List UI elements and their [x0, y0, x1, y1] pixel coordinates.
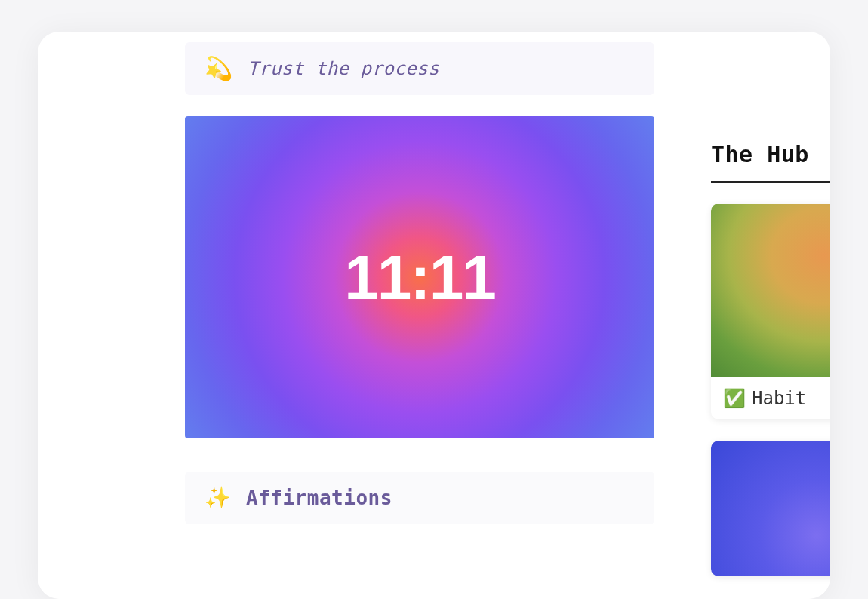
- affirmations-section[interactable]: ✨ Affirmations: [185, 472, 654, 524]
- hero-time-text: 11:11: [344, 242, 495, 313]
- right-column: The Hub ✅ Habit: [654, 32, 830, 599]
- card-label-text: Habit: [752, 388, 806, 409]
- main-column: 💫 Trust the process 11:11 ✨ Affirmations: [185, 32, 654, 599]
- check-icon: ✅: [723, 388, 746, 409]
- sparkles-icon: ✨: [205, 487, 231, 508]
- section-title: Affirmations: [246, 487, 392, 509]
- card-image: [711, 441, 830, 576]
- hub-card-second[interactable]: [711, 441, 830, 576]
- hero-image[interactable]: 11:11: [185, 116, 654, 438]
- card-label-row: ✅ Habit: [711, 377, 830, 419]
- dizzy-icon: 💫: [205, 57, 232, 80]
- left-spacer: [38, 32, 185, 599]
- quote-block[interactable]: 💫 Trust the process: [185, 42, 654, 95]
- quote-text: Trust the process: [248, 58, 439, 79]
- card-image: [711, 204, 830, 377]
- hub-card-habit[interactable]: ✅ Habit: [711, 204, 830, 419]
- app-window: 💫 Trust the process 11:11 ✨ Affirmations…: [38, 32, 830, 599]
- hub-title: The Hub: [711, 141, 830, 183]
